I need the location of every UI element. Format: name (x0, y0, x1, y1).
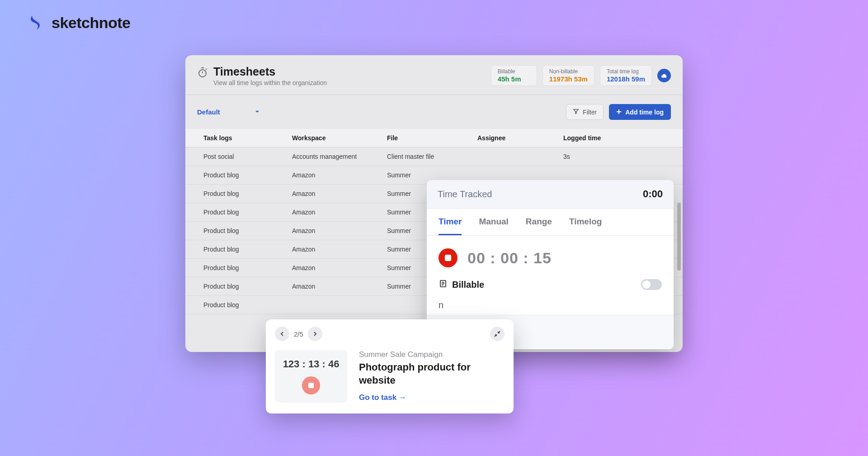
col-assignee: Assignee (477, 134, 563, 142)
cell-task: Product blog (197, 171, 292, 179)
stat-value: 45h 5m (498, 75, 530, 83)
filter-label: Filter (583, 109, 597, 116)
col-file: File (387, 134, 477, 142)
page-title: Timesheets (213, 65, 327, 78)
stat-label: Non-billable (549, 68, 588, 75)
mini-timer-card: 2/5 123 : 13 : 46 Summer Sale Campaign P… (266, 319, 514, 413)
chevron-down-icon (255, 108, 260, 116)
tracked-title: Time Tracked (438, 189, 492, 200)
cell-time (563, 171, 671, 179)
table-row[interactable]: Post social Accounts management Client m… (185, 147, 683, 166)
receipt-icon (439, 279, 448, 290)
brand-logo: sketchnote (25, 13, 131, 33)
stop-timer-button[interactable] (439, 248, 458, 267)
tab-range[interactable]: Range (526, 217, 552, 235)
cell-assignee (477, 153, 563, 160)
filter-icon (573, 108, 579, 116)
cell-workspace: Amazon (292, 246, 387, 253)
mini-timer-box: 123 : 13 : 46 (275, 350, 347, 403)
table-header: Task logs Workspace File Assignee Logged… (185, 129, 683, 147)
col-task: Task logs (197, 134, 292, 142)
stopwatch-icon (197, 67, 208, 78)
mini-stop-button[interactable] (302, 376, 320, 394)
cell-workspace: Amazon (292, 209, 387, 216)
stat-value: 11973h 53m (549, 75, 588, 83)
cell-workspace: Amazon (292, 171, 387, 179)
logo-text: sketchnote (52, 14, 131, 32)
cell-workspace: Amazon (292, 283, 387, 290)
page-subtitle: View all time logs within the organizati… (213, 79, 327, 86)
cell-workspace (292, 301, 387, 309)
mini-elapsed: 123 : 13 : 46 (279, 358, 343, 370)
toolbar: Default Filter Add time log (185, 95, 683, 129)
stat-value: 12018h 59m (607, 75, 645, 83)
stat-total: Total time log 12018h 59m (600, 65, 652, 86)
cell-task: Product blog (197, 301, 292, 309)
stat-nonbillable: Non-billable 11973h 53m (542, 65, 594, 86)
cell-task: Product blog (197, 264, 292, 271)
tab-timer[interactable]: Timer (439, 217, 462, 235)
add-time-log-button[interactable]: Add time log (609, 104, 671, 120)
filter-button[interactable]: Filter (566, 104, 604, 120)
cell-task: Product blog (197, 227, 292, 234)
cell-workspace: Amazon (292, 227, 387, 234)
cell-file: Summer (387, 171, 477, 179)
cell-workspace: Amazon (292, 190, 387, 197)
cell-task: Product blog (197, 246, 292, 253)
stop-icon (445, 255, 451, 261)
stat-label: Total time log (607, 68, 645, 75)
billable-row: Billable (427, 276, 674, 298)
tab-timelog[interactable]: Timelog (569, 217, 602, 235)
stat-billable: Billable 45h 5m (491, 65, 537, 86)
cell-task: Post social (197, 153, 292, 160)
mini-campaign-label: Summer Sale Campaign (359, 350, 505, 359)
stop-icon (308, 383, 314, 388)
page-header: Timesheets View all time logs within the… (185, 55, 683, 95)
go-to-task-link[interactable]: Go to task → (359, 393, 406, 402)
cell-file: Client master file (387, 153, 477, 160)
collapse-button[interactable] (490, 327, 505, 341)
cell-workspace: Amazon (292, 264, 387, 271)
view-label: Default (197, 108, 220, 116)
scrollbar[interactable] (677, 203, 681, 271)
col-time: Logged time (563, 134, 671, 142)
cell-task: Product blog (197, 209, 292, 216)
timer-row: 00 : 00 : 15 (427, 236, 674, 276)
stat-label: Billable (498, 68, 530, 75)
cell-workspace: Accounts management (292, 153, 387, 160)
billable-label: Billable (452, 280, 484, 290)
obscured-text: n (427, 298, 674, 315)
cell-time: 3s (563, 153, 671, 160)
pager-label: 2/5 (294, 330, 303, 338)
export-cloud-button[interactable] (657, 69, 671, 82)
tracked-total: 0:00 (643, 188, 663, 200)
plus-icon (616, 109, 622, 116)
logo-mark-icon (25, 13, 45, 33)
timer-elapsed: 00 : 00 : 15 (467, 249, 552, 267)
tracked-tabs: Timer Manual Range Timelog (427, 209, 674, 236)
add-label: Add time log (625, 109, 664, 116)
next-button[interactable] (308, 327, 322, 341)
prev-button[interactable] (275, 327, 289, 341)
tracked-header: Time Tracked 0:00 (427, 180, 674, 209)
cell-task: Product blog (197, 283, 292, 290)
col-workspace: Workspace (292, 134, 387, 142)
billable-toggle[interactable] (641, 279, 662, 290)
tab-manual[interactable]: Manual (479, 217, 508, 235)
cell-assignee (477, 171, 563, 179)
mini-task-title: Photograph product for website (359, 361, 505, 387)
view-selector[interactable]: Default (197, 108, 260, 116)
cell-task: Product blog (197, 190, 292, 197)
